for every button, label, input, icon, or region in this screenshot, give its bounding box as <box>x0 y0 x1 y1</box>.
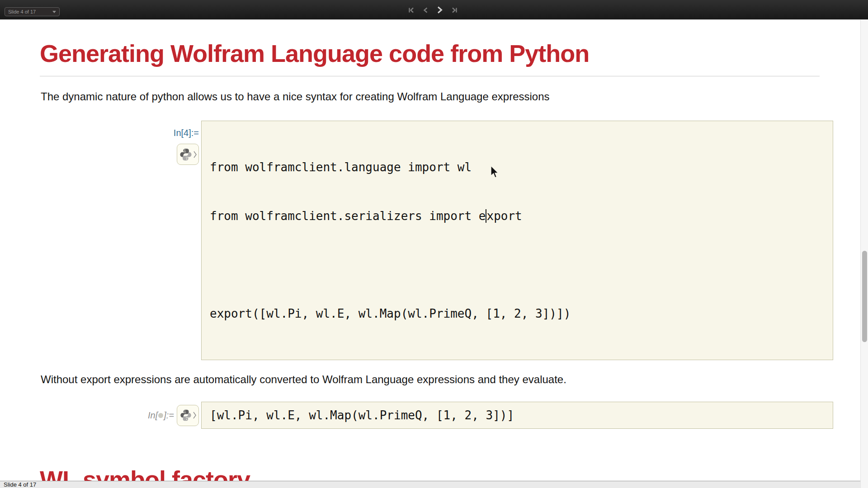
angle-bracket-right-icon <box>193 411 197 419</box>
status-bar: Slide 4 of 17 <box>0 481 860 488</box>
code-line: from wolframclient.language import wl <box>210 159 825 175</box>
code-text: from wolframclient.serializers import e <box>210 209 486 223</box>
python-logo-icon <box>179 409 192 422</box>
skip-to-last-icon <box>451 7 458 14</box>
evaluate-python-button[interactable] <box>177 405 199 426</box>
cell-gutter: In[4]:= <box>0 121 201 360</box>
chevron-right-icon <box>436 6 443 14</box>
section-title: Generating Wolfram Language code from Py… <box>40 38 820 69</box>
previous-slide-button[interactable] <box>422 6 429 14</box>
angle-bracket-right-icon <box>193 150 197 159</box>
cell-gutter: In[]:= <box>0 402 201 429</box>
code-input[interactable]: from wolframclient.language import wl fr… <box>201 121 833 360</box>
first-slide-button[interactable] <box>407 6 415 14</box>
vertical-scrollbar[interactable] <box>860 20 868 488</box>
placeholder-dot-icon <box>158 413 163 418</box>
slide-navigation <box>407 0 459 20</box>
code-line: export([wl.Pi, wl.E, wl.Map(wl.PrimeQ, [… <box>210 305 825 322</box>
status-slide-indicator: Slide 4 of 17 <box>4 481 36 488</box>
paragraph: Without export expressions are automatic… <box>41 373 820 386</box>
notebook-presentation-window: Slide 4 of 17 <box>0 0 868 488</box>
in-label: In[4]:= <box>174 128 199 138</box>
python-logo-icon <box>179 148 193 161</box>
paragraph: The dynamic nature of python allows us t… <box>41 90 820 103</box>
code-text: xport <box>486 209 522 223</box>
in-label-placeholder: In[]:= <box>148 410 174 421</box>
scrollbar-thumb[interactable] <box>862 251 867 342</box>
last-slide-button[interactable] <box>450 6 459 14</box>
next-slide-button[interactable] <box>435 5 444 15</box>
code-cell-in4: In[4]:= from wolframclient.language impo… <box>0 121 833 360</box>
code-line: from wolframclient.serializers import ex… <box>210 208 825 224</box>
code-line-empty <box>210 257 825 273</box>
code-cell-unevaluated: In[]:= [wl.Pi, wl.E, wl.Map(wl.PrimeQ, [… <box>0 402 833 429</box>
slide-selector-label: Slide 4 of 17 <box>8 9 52 14</box>
skip-to-first-icon <box>408 7 415 14</box>
slide-selector-dropdown[interactable]: Slide 4 of 17 <box>5 7 60 16</box>
evaluate-python-button[interactable] <box>177 144 199 165</box>
chevron-down-icon <box>52 11 56 13</box>
presentation-toolbar: Slide 4 of 17 <box>0 0 868 20</box>
code-input[interactable]: [wl.Pi, wl.E, wl.Map(wl.PrimeQ, [1, 2, 3… <box>201 402 833 429</box>
chevron-left-icon <box>423 7 428 14</box>
section-rule <box>40 76 820 76</box>
slide-content: Generating Wolfram Language code from Py… <box>0 20 860 488</box>
code-text: [wl.Pi, wl.E, wl.Map(wl.PrimeQ, [1, 2, 3… <box>210 408 514 422</box>
